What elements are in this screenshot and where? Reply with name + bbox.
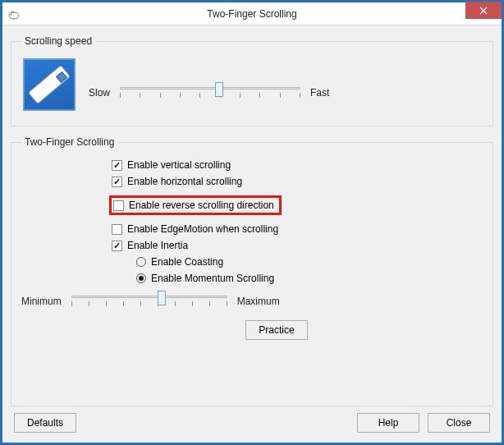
radio-label: Enable Momentum Scrolling	[151, 273, 274, 284]
dialog-button-bar: Defaults Help Close	[11, 413, 493, 434]
slider-thumb[interactable]	[158, 291, 166, 305]
window-title: Two-Finger Scrolling	[2, 8, 502, 20]
close-button[interactable]: Close	[428, 413, 490, 433]
group-legend: Scrolling speed	[21, 35, 95, 47]
dialog-content: Scrolling speed Slow Fast Two-	[2, 25, 502, 443]
speed-slow-label: Slow	[89, 87, 110, 99]
inertia-max-label: Maximum	[237, 296, 280, 307]
checkbox-vertical[interactable]	[112, 160, 122, 171]
checkbox-inertia[interactable]	[112, 241, 122, 251]
svg-point-0	[9, 12, 19, 19]
checkbox-label: Enable EdgeMotion when scrolling	[127, 223, 278, 235]
checkbox-row-edgemotion[interactable]: Enable EdgeMotion when scrolling	[112, 223, 483, 235]
radio-row-momentum[interactable]: Enable Momentum Scrolling	[136, 273, 483, 284]
titlebar: Two-Finger Scrolling	[2, 2, 502, 25]
group-legend: Two-Finger Scrolling	[21, 136, 117, 148]
checkbox-reverse[interactable]	[113, 200, 124, 211]
radio-label: Enable Coasting	[151, 256, 223, 268]
group-scrolling-speed: Scrolling speed Slow Fast	[11, 35, 493, 126]
scrolling-speed-icon	[23, 58, 76, 111]
scrolling-speed-slider[interactable]	[120, 82, 300, 103]
checkbox-horizontal[interactable]	[112, 177, 122, 187]
slider-ticks	[120, 93, 300, 99]
speed-fast-label: Fast	[310, 87, 329, 99]
dialog-window: Two-Finger Scrolling Scrolling speed Slo…	[0, 0, 504, 445]
radio-momentum[interactable]	[136, 273, 146, 283]
slider-ticks	[71, 301, 227, 308]
radio-coasting[interactable]	[136, 257, 146, 267]
group-two-finger-scrolling: Two-Finger Scrolling Enable vertical scr…	[11, 136, 493, 406]
checkbox-label: Enable horizontal scrolling	[127, 176, 242, 187]
checkbox-row-horizontal[interactable]: Enable horizontal scrolling	[112, 176, 483, 187]
defaults-button[interactable]: Defaults	[14, 413, 76, 433]
checkbox-row-vertical[interactable]: Enable vertical scrolling	[112, 159, 483, 171]
inertia-slider[interactable]	[71, 291, 227, 312]
app-icon	[7, 7, 21, 21]
close-icon	[479, 7, 488, 15]
checkbox-label: Enable reverse scrolling direction	[129, 200, 274, 211]
checkbox-row-inertia[interactable]: Enable Inertia	[112, 240, 483, 251]
checkbox-label: Enable Inertia	[127, 240, 188, 251]
checkbox-edgemotion[interactable]	[112, 224, 122, 235]
inertia-min-label: Minimum	[21, 296, 62, 307]
slider-thumb[interactable]	[215, 82, 223, 97]
help-button[interactable]: Help	[357, 413, 419, 433]
practice-button[interactable]: Practice	[245, 320, 308, 340]
checkbox-row-reverse-highlighted[interactable]: Enable reverse scrolling direction	[109, 195, 282, 215]
window-close-button[interactable]	[465, 2, 502, 19]
checkbox-label: Enable vertical scrolling	[127, 159, 231, 171]
radio-row-coasting[interactable]: Enable Coasting	[136, 256, 483, 268]
